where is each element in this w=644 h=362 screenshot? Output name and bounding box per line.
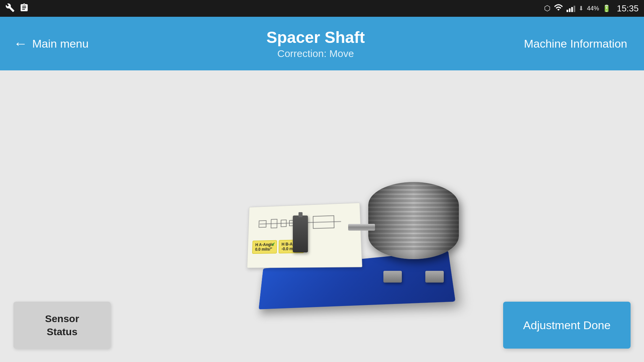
wrench-icon [5, 3, 15, 14]
status-bar: ⬡ ⬇ 44% 🔋 15:35 [0, 0, 644, 17]
time-display: 15:35 [617, 3, 639, 14]
status-bar-right: ⬡ ⬇ 44% 🔋 15:35 [544, 3, 639, 14]
adjustment-done-button[interactable]: Adjustment Done [503, 302, 631, 349]
main-content: H A-Angle 0.0 mils/" ✓ H B-Angle -0.0 mi… [0, 70, 644, 362]
header: ← Main menu Spacer Shaft Correction: Mov… [0, 17, 644, 70]
status-bar-left [5, 3, 29, 14]
bluetooth-icon: ⬡ [544, 4, 550, 13]
h-a-angle-box: H A-Angle 0.0 mils/" ✓ [252, 240, 277, 254]
adjustment-done-label: Adjustment Done [523, 319, 611, 332]
h-a-angle-value: 0.0 mils/" [255, 247, 274, 252]
clipboard-icon [19, 3, 29, 14]
machine-info-button[interactable]: Machine Information [524, 37, 644, 50]
motor-feet [372, 271, 455, 283]
motor-assembly [368, 182, 472, 276]
header-center: Spacer Shaft Correction: Move [107, 28, 524, 59]
battery-percent: 44% [587, 5, 599, 12]
sensor-device [293, 216, 308, 252]
machine-scene: H A-Angle 0.0 mils/" ✓ H B-Angle -0.0 mi… [237, 132, 479, 319]
motor-fins [368, 182, 459, 259]
page-subtitle: Correction: Move [277, 48, 354, 59]
motor-body [368, 182, 459, 259]
main-menu-label: Main menu [32, 37, 89, 50]
back-navigation[interactable]: ← Main menu [0, 37, 107, 51]
motor-foot-right [425, 271, 444, 283]
wifi-icon [554, 4, 563, 13]
download-icon: ⬇ [579, 5, 584, 12]
battery-icon: 🔋 [602, 4, 611, 12]
sensor-status-label: Sensor Status [45, 312, 79, 338]
motor-foot-left [383, 271, 402, 283]
h-a-check-icon: ✓ [271, 241, 275, 248]
motor-shaft [348, 224, 375, 231]
signal-icon [567, 5, 575, 12]
page-title: Spacer Shaft [266, 28, 365, 47]
back-arrow-icon: ← [13, 37, 28, 51]
sensor-status-button[interactable]: Sensor Status [13, 302, 111, 349]
